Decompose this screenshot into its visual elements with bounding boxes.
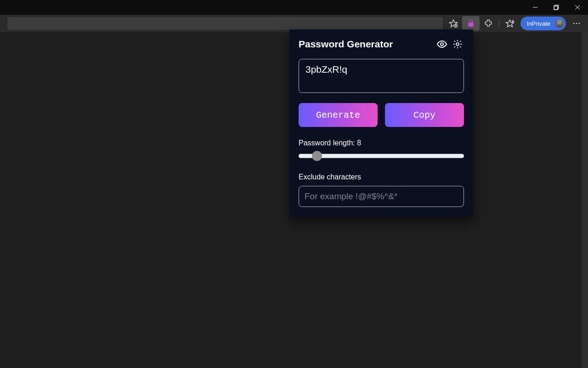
visibility-toggle-icon[interactable] [435, 38, 448, 51]
length-label: Password length: 8 [299, 139, 464, 147]
settings-icon[interactable] [451, 38, 464, 51]
extensions-icon[interactable] [480, 16, 497, 31]
toolbar-divider [499, 19, 499, 28]
password-generator-popup: Password Generator 3pbZxR!q Generate Cop… [289, 29, 473, 217]
favorites-icon[interactable] [501, 16, 519, 31]
more-menu-icon[interactable] [568, 16, 585, 31]
popup-header: Password Generator [299, 38, 464, 51]
length-value: 8 [357, 139, 361, 147]
svg-point-15 [441, 43, 443, 46]
popup-title: Password Generator [299, 39, 433, 50]
exclude-input[interactable] [299, 186, 464, 207]
popup-button-row: Generate Copy [299, 103, 464, 127]
svg-rect-2 [554, 6, 558, 10]
bookmark-add-icon[interactable] [445, 16, 462, 31]
page-content: Password Generator 3pbZxR!q Generate Cop… [0, 32, 588, 368]
svg-point-16 [456, 43, 459, 46]
address-bar[interactable] [7, 17, 443, 30]
close-button[interactable] [567, 0, 588, 15]
svg-point-13 [576, 23, 577, 24]
slider-thumb[interactable] [312, 151, 322, 161]
password-output[interactable]: 3pbZxR!q [299, 59, 464, 93]
avatar-icon [554, 18, 565, 29]
window-titlebar [0, 0, 588, 15]
vertical-scrollbar[interactable] [582, 32, 588, 368]
length-label-prefix: Password length: [299, 139, 357, 147]
inprivate-pill[interactable]: InPrivate [520, 17, 566, 30]
generate-button[interactable]: Generate [299, 103, 378, 127]
inprivate-label: InPrivate [527, 20, 550, 27]
extension-lock-icon[interactable] [462, 16, 480, 31]
svg-point-12 [573, 23, 575, 24]
slider-track [299, 154, 464, 158]
minimize-button[interactable] [525, 0, 546, 15]
restore-button[interactable] [546, 0, 567, 15]
svg-rect-9 [469, 23, 473, 26]
length-slider[interactable] [299, 152, 464, 160]
exclude-label: Exclude characters [299, 173, 464, 181]
copy-button[interactable]: Copy [385, 103, 464, 127]
svg-point-14 [579, 23, 580, 24]
